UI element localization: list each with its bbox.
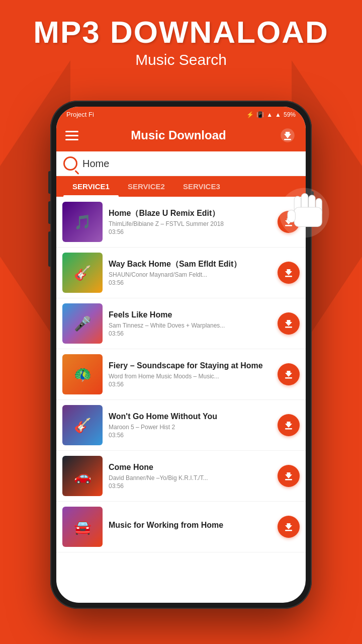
song-title: Music for Working from Home bbox=[109, 520, 272, 531]
song-thumbnail: 🦚 bbox=[62, 354, 103, 394]
app-header: Music Download bbox=[56, 121, 306, 151]
song-artist: ThimLife/Bibiane Z – FSTVL Summer 2018 bbox=[109, 220, 272, 227]
song-info: Way Back Home（Sam Efldt Edit） SHAUN/Cono… bbox=[109, 259, 272, 287]
song-duration: 03:56 bbox=[109, 432, 272, 439]
tab-service2[interactable]: SERVICE2 bbox=[119, 176, 174, 197]
tabs-bar: SERVICE1 SERVICE2 SERVICE3 bbox=[56, 176, 306, 197]
search-bar bbox=[56, 151, 306, 176]
header-download-button[interactable] bbox=[279, 126, 297, 144]
song-info: Won't Go Home Without You Maroon 5 – Pow… bbox=[109, 412, 272, 439]
search-icon bbox=[63, 156, 77, 171]
song-title: Come Hone bbox=[109, 462, 272, 473]
song-item: 🚗 Come Hone David Banner/Ne –Yo/Big K.R.… bbox=[56, 451, 306, 502]
promo-subtitle: Music Search bbox=[10, 51, 352, 68]
battery-text: 59% bbox=[284, 111, 296, 118]
svg-rect-16 bbox=[285, 530, 292, 531]
status-bar: Project Fi ⚡ 📳 ▲ ▲ 59% bbox=[56, 107, 306, 121]
song-duration: 03:56 bbox=[109, 228, 272, 235]
song-item: 🎸 Won't Go Home Without You Maroon 5 – P… bbox=[56, 400, 306, 451]
svg-rect-10 bbox=[285, 377, 292, 379]
svg-marker-9 bbox=[285, 371, 292, 377]
svg-rect-8 bbox=[285, 327, 292, 328]
song-artist: Word from Home Music Moods – Music... bbox=[109, 373, 272, 380]
song-info: Fiery – Soundscape for Staying at Home W… bbox=[109, 361, 272, 388]
song-title: Home（Blaze U Remix Edit） bbox=[109, 208, 272, 219]
song-download-button[interactable] bbox=[278, 516, 300, 538]
song-info: Home（Blaze U Remix Edit） ThimLife/Bibian… bbox=[109, 208, 272, 236]
song-item: 🎸 Way Back Home（Sam Efldt Edit） SHAUN/Co… bbox=[56, 248, 306, 298]
hamburger-menu[interactable] bbox=[65, 131, 78, 140]
song-list: 🎵 Home（Blaze U Remix Edit） ThimLife/Bibi… bbox=[56, 197, 306, 552]
svg-rect-12 bbox=[285, 428, 292, 430]
svg-marker-5 bbox=[285, 269, 292, 275]
carrier-text: Project Fi bbox=[66, 111, 94, 118]
song-duration: 03:56 bbox=[109, 279, 272, 286]
song-download-button[interactable] bbox=[278, 414, 300, 436]
svg-marker-13 bbox=[285, 472, 292, 478]
song-artist: Maroon 5 – Power Hist 2 bbox=[109, 424, 272, 431]
song-thumbnail: 🎤 bbox=[62, 303, 103, 344]
svg-rect-14 bbox=[285, 479, 292, 480]
tab-service1[interactable]: SERVICE1 bbox=[63, 176, 119, 197]
promo-title: MP3 DOWNALOAD bbox=[10, 15, 352, 49]
song-artist: SHAUN/Conor Maynard/Sam Feldt... bbox=[109, 271, 272, 278]
phone-screen: Project Fi ⚡ 📳 ▲ ▲ 59% Music Download bbox=[56, 107, 306, 603]
song-download-button[interactable] bbox=[278, 262, 300, 284]
song-download-button[interactable] bbox=[278, 312, 300, 335]
song-duration: 03:56 bbox=[109, 381, 272, 388]
song-info: Music for Working from Home bbox=[109, 520, 272, 534]
bluetooth-icon: ⚡ bbox=[246, 111, 254, 118]
song-thumbnail: 🎸 bbox=[62, 405, 103, 445]
svg-rect-21 bbox=[316, 198, 322, 216]
song-duration: 03:56 bbox=[109, 482, 272, 490]
tab-service3[interactable]: SERVICE3 bbox=[174, 176, 229, 197]
song-item: 🦚 Fiery – Soundscape for Staying at Home… bbox=[56, 349, 306, 400]
song-thumbnail: 🎵 bbox=[62, 202, 103, 242]
svg-marker-15 bbox=[285, 523, 292, 529]
song-duration: 03:56 bbox=[109, 330, 272, 337]
phone-frame: Project Fi ⚡ 📳 ▲ ▲ 59% Music Download bbox=[50, 101, 312, 609]
song-title: Won't Go Home Without You bbox=[109, 412, 272, 422]
svg-marker-11 bbox=[285, 422, 292, 428]
song-title: Feels Like Home bbox=[109, 310, 272, 320]
song-info: Feels Like Home Sam Tinnesz – White Dove… bbox=[109, 310, 272, 338]
svg-rect-6 bbox=[285, 276, 292, 277]
song-thumbnail: 🎸 bbox=[62, 253, 103, 293]
svg-rect-2 bbox=[284, 139, 291, 140]
svg-marker-7 bbox=[285, 320, 292, 326]
song-artist: Sam Tinnesz – White Doves + Warplanes... bbox=[109, 322, 272, 329]
song-thumbnail: 🚗 bbox=[62, 456, 103, 496]
signal-icon: ▲ bbox=[275, 111, 281, 118]
song-download-button[interactable] bbox=[278, 211, 300, 233]
app-title: Music Download bbox=[131, 128, 226, 142]
song-thumbnail: 🚘 bbox=[62, 507, 103, 547]
song-artist: David Banner/Ne –Yo/Big K.R.I.T./T... bbox=[109, 474, 272, 481]
wifi-icon: ▲ bbox=[266, 111, 273, 118]
song-item: 🚘 Music for Working from Home bbox=[56, 502, 306, 552]
svg-rect-4 bbox=[285, 225, 292, 226]
song-download-button[interactable] bbox=[278, 465, 300, 487]
song-info: Come Hone David Banner/Ne –Yo/Big K.R.I.… bbox=[109, 462, 272, 490]
song-title: Way Back Home（Sam Efldt Edit） bbox=[109, 259, 272, 270]
svg-marker-3 bbox=[285, 218, 292, 224]
song-item: 🎵 Home（Blaze U Remix Edit） ThimLife/Bibi… bbox=[56, 197, 306, 248]
search-input[interactable] bbox=[82, 158, 299, 170]
song-download-button[interactable] bbox=[278, 363, 300, 385]
song-item: 🎤 Feels Like Home Sam Tinnesz – White Do… bbox=[56, 298, 306, 349]
song-title: Fiery – Soundscape for Staying at Home bbox=[109, 361, 272, 371]
vibrate-icon: 📳 bbox=[256, 111, 264, 118]
